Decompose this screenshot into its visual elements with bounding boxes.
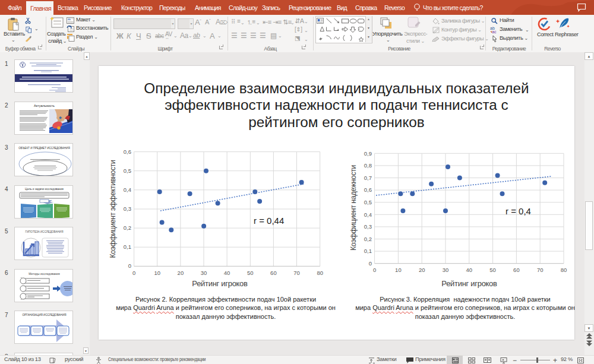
- svg-text:40: 40: [466, 267, 473, 273]
- svg-text:10: 10: [154, 270, 160, 276]
- svg-text:0,8: 0,8: [364, 162, 372, 169]
- svg-text:ac: ac: [492, 30, 497, 34]
- svg-text:20: 20: [419, 267, 425, 273]
- svg-text:70: 70: [293, 270, 300, 276]
- svg-text:0: 0: [369, 260, 372, 267]
- svg-text:30: 30: [443, 267, 449, 273]
- svg-text:50: 50: [247, 270, 254, 276]
- svg-text:0,9: 0,9: [364, 150, 372, 157]
- svg-text:50: 50: [489, 267, 496, 273]
- svg-text:40: 40: [224, 270, 230, 276]
- svg-text:60: 60: [513, 267, 520, 273]
- svg-text:0,5: 0,5: [124, 167, 131, 174]
- svg-text:30: 30: [201, 270, 207, 276]
- svg-text:0,6: 0,6: [364, 186, 372, 193]
- svg-text:60: 60: [270, 270, 277, 276]
- svg-text:0,3: 0,3: [124, 205, 131, 212]
- svg-text:0: 0: [373, 267, 376, 273]
- svg-text:10: 10: [395, 267, 402, 273]
- svg-text:r = 0,44: r = 0,44: [254, 216, 284, 226]
- svg-text:0,7: 0,7: [364, 175, 372, 181]
- svg-text:20: 20: [178, 270, 184, 276]
- svg-text:80: 80: [317, 270, 323, 276]
- svg-text:Рейтинг игроков: Рейтинг игроков: [441, 279, 497, 288]
- svg-text:Коэффициент эффективности: Коэффициент эффективности: [109, 160, 117, 258]
- svg-text:Коэффициент надежности: Коэффициент надежности: [349, 165, 358, 251]
- svg-text:70: 70: [537, 267, 544, 273]
- svg-text:Рейтинг игроков: Рейтинг игроков: [192, 279, 248, 288]
- svg-text:0: 0: [128, 262, 131, 269]
- svg-text:0,4: 0,4: [124, 186, 131, 193]
- svg-text:0,2: 0,2: [124, 224, 131, 231]
- svg-text:0,5: 0,5: [364, 199, 372, 205]
- svg-text:0,1: 0,1: [364, 248, 372, 254]
- svg-text:0,6: 0,6: [124, 148, 131, 155]
- svg-text:0: 0: [132, 270, 135, 276]
- svg-text:0,2: 0,2: [364, 236, 372, 242]
- svg-text:r = 0,4: r = 0,4: [505, 206, 531, 216]
- svg-text:0,3: 0,3: [364, 223, 372, 230]
- svg-text:0,4: 0,4: [364, 211, 372, 218]
- svg-text:0,1: 0,1: [124, 243, 131, 250]
- svg-text:80: 80: [561, 267, 567, 273]
